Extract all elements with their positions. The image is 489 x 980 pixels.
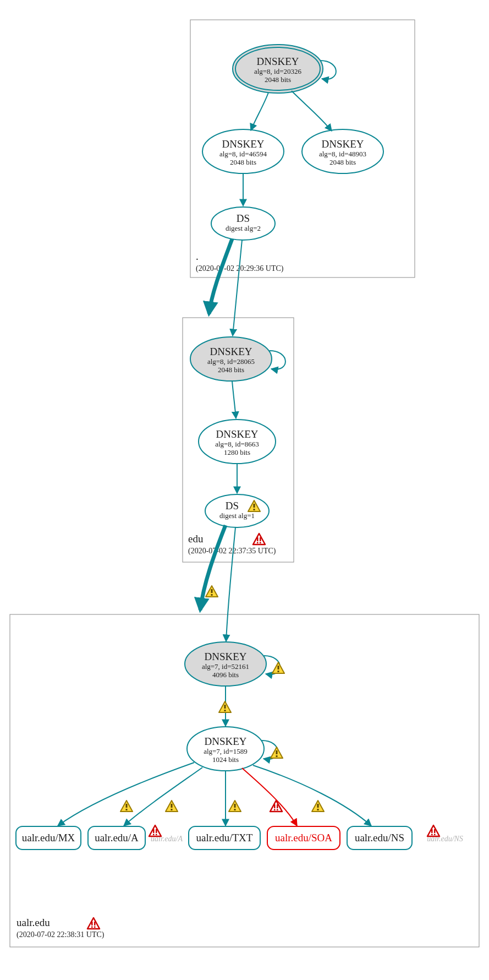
node-root-ksk[interactable]: DNSKEY alg=8, id=20326 2048 bits (233, 45, 323, 93)
node-line2: digest alg=2 (226, 224, 261, 232)
node-title: DNSKEY (216, 428, 258, 440)
node-line2: alg=7, id=1589 (204, 747, 248, 755)
node-line3: 4096 bits (212, 671, 239, 679)
node-line2: alg=8, id=8663 (215, 440, 259, 448)
node-line3: 1280 bits (224, 448, 250, 456)
node-root-ds[interactable]: DS digest alg=2 (211, 207, 275, 240)
node-title: DNSKEY (204, 651, 246, 662)
warning-icon (206, 586, 218, 597)
edge-rootksk-zsk1 (251, 92, 268, 130)
rrset-label: ualr.edu/MX (22, 832, 75, 843)
node-title: DNSKEY (204, 736, 246, 747)
rrset-label: ualr.edu/A (95, 832, 139, 843)
zone-time-ualr: (2020-07-02 22:38:31 UTC) (17, 930, 105, 939)
zone-label-ualr: ualr.edu (17, 917, 50, 928)
rrset-ns[interactable]: ualr.edu/NS (347, 826, 412, 850)
node-title: DNSKEY (256, 56, 299, 67)
node-line2: alg=8, id=20326 (254, 67, 302, 75)
node-title: DNSKEY (222, 138, 264, 150)
zone-time-edu: (2020-07-02 22:37:35 UTC) (188, 547, 276, 556)
rrset-a[interactable]: ualr.edu/A (88, 826, 145, 850)
node-line3: 2048 bits (230, 158, 256, 166)
node-line2: alg=7, id=52161 (202, 662, 249, 671)
warning-icon (166, 801, 178, 812)
node-ualr-zsk[interactable]: DNSKEY alg=7, id=1589 1024 bits (187, 727, 264, 771)
warning-icon (120, 801, 133, 812)
edge-eduksk-eduzsk (232, 381, 236, 418)
node-line2: alg=8, id=46594 (219, 150, 267, 158)
edge-zsk-a (124, 767, 202, 826)
warning-icon (272, 662, 284, 673)
node-line3: 2048 bits (265, 75, 291, 84)
node-title: DS (226, 500, 239, 511)
edge-zsk-ns (253, 765, 371, 826)
rrset-soa[interactable]: ualr.edu/SOA (267, 826, 340, 850)
error-icon (270, 801, 282, 812)
rrset-label: ualr.edu/NS (355, 832, 404, 843)
node-root-zsk2[interactable]: DNSKEY alg=8, id=48903 2048 bits (302, 129, 383, 173)
edge-rootksk-zsk2 (292, 91, 332, 131)
node-line3: 2048 bits (218, 366, 244, 374)
edge-delegation-root-edu (209, 239, 232, 314)
edge-eduds-ualrksk (226, 527, 235, 641)
node-line3: 1024 bits (212, 755, 239, 764)
error-icon (87, 918, 100, 929)
error-icon (253, 533, 265, 545)
rrset-label: ualr.edu/SOA (275, 832, 332, 843)
node-line2: alg=8, id=28065 (207, 357, 255, 366)
rrset-label: ualr.edu/TXT (196, 832, 253, 843)
edge-zsk-soa (242, 768, 297, 826)
node-line3: 2048 bits (329, 158, 356, 166)
node-edu-zsk[interactable]: DNSKEY alg=8, id=8663 1280 bits (199, 420, 276, 464)
warning-icon (219, 701, 231, 712)
node-root-zsk1[interactable]: DNSKEY alg=8, id=46594 2048 bits (202, 129, 284, 173)
error-icon (149, 825, 161, 836)
zone-label-edu: edu (188, 533, 204, 545)
node-title: DS (237, 213, 250, 224)
node-line2: alg=8, id=48903 (319, 150, 366, 158)
node-title: DNSKEY (321, 138, 364, 150)
edge-zsk-mx (58, 763, 194, 826)
zone-label-root: . (196, 251, 199, 262)
warning-icon (229, 801, 241, 812)
node-title: DNSKEY (210, 346, 252, 357)
rrset-mx[interactable]: ualr.edu/MX (16, 826, 81, 850)
error-icon (427, 825, 439, 836)
node-line2: digest alg=1 (219, 511, 255, 520)
warning-icon (312, 801, 324, 812)
edge-rootds-eduksk (233, 240, 242, 336)
rrset-txt[interactable]: ualr.edu/TXT (189, 826, 260, 850)
warning-icon (271, 747, 283, 758)
node-ualr-ksk[interactable]: DNSKEY alg=7, id=52161 4096 bits (185, 642, 266, 686)
node-edu-ksk[interactable]: DNSKEY alg=8, id=28065 2048 bits (190, 337, 272, 381)
